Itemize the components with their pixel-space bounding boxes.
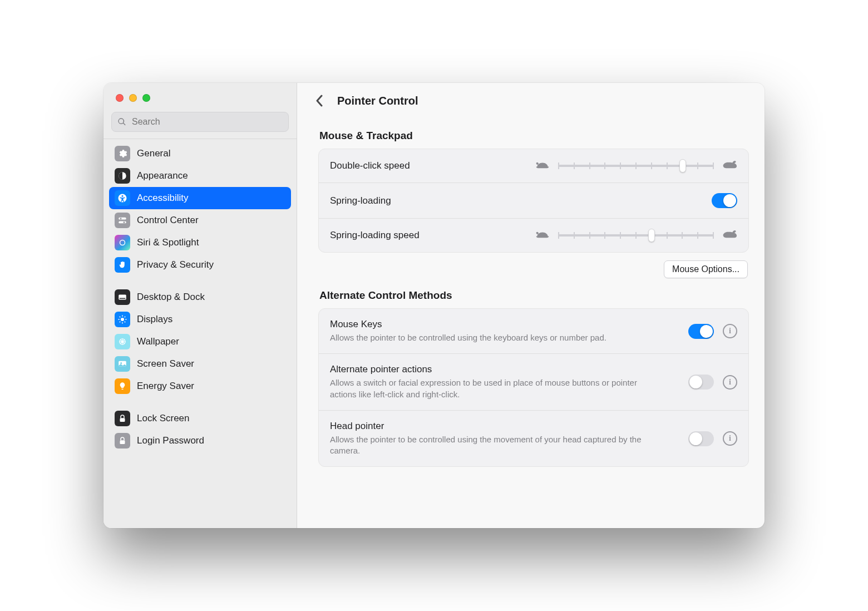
sidebar-item-general[interactable]: General <box>109 142 291 165</box>
search-field[interactable] <box>111 112 289 132</box>
svg-line-18 <box>125 317 126 318</box>
sidebar-item-label: Desktop & Dock <box>137 292 205 303</box>
row-desc: Allows the pointer to be controlled usin… <box>330 434 653 457</box>
row-alternate-pointer-actions: Alternate pointer actions Allows a switc… <box>319 353 748 410</box>
svg-rect-4 <box>119 221 126 224</box>
row-desc: Allows a switch or facial expression to … <box>330 377 653 400</box>
hand-icon <box>115 257 130 273</box>
sidebar-item-login-password[interactable]: Login Password <box>109 430 291 452</box>
header: Pointer Control <box>297 83 765 114</box>
card-alternate-methods: Mouse Keys Allows the pointer to be cont… <box>318 308 749 467</box>
screen-saver-icon <box>115 356 130 372</box>
dock-icon <box>115 289 130 305</box>
sidebar-item-accessibility[interactable]: Accessibility <box>109 187 291 209</box>
info-button[interactable]: i <box>723 324 737 338</box>
slider-ticks <box>558 232 714 239</box>
svg-point-26 <box>120 362 122 364</box>
svg-point-5 <box>120 218 122 219</box>
close-window-button[interactable] <box>116 94 124 102</box>
row-label: Spring-loading <box>330 195 391 206</box>
turtle-icon <box>535 159 550 173</box>
head-pointer-toggle[interactable] <box>688 431 714 446</box>
mouse-options-button[interactable]: Mouse Options... <box>664 260 748 278</box>
brightness-icon <box>115 312 130 327</box>
bulb-icon <box>115 378 130 394</box>
settings-window: General Appearance Accessibility Control… <box>103 83 765 528</box>
row-spring-loading: Spring-loading <box>319 183 748 218</box>
sidebar-item-label: Displays <box>137 314 172 325</box>
sidebar-item-label: Wallpaper <box>137 336 179 347</box>
back-button[interactable] <box>312 93 327 109</box>
sidebar-item-control-center[interactable]: Control Center <box>109 209 291 231</box>
svg-point-2 <box>122 195 124 197</box>
sidebar-item-label: Screen Saver <box>137 358 194 369</box>
turtle-icon <box>535 229 550 242</box>
section-title-alternate: Alternate Control Methods <box>319 289 749 302</box>
spring-loading-toggle[interactable] <box>712 193 737 208</box>
sidebar-item-energy-saver[interactable]: Energy Saver <box>109 375 291 397</box>
svg-line-17 <box>120 322 121 323</box>
info-button[interactable]: i <box>723 431 737 446</box>
sidebar-list: General Appearance Accessibility Control… <box>103 139 297 457</box>
svg-rect-27 <box>120 418 125 422</box>
sidebar: General Appearance Accessibility Control… <box>103 83 297 528</box>
sidebar-item-appearance[interactable]: Appearance <box>109 165 291 187</box>
sidebar-item-siri-spotlight[interactable]: Siri & Spotlight <box>109 231 291 254</box>
alternate-pointer-actions-toggle[interactable] <box>688 375 714 390</box>
svg-line-16 <box>125 322 126 323</box>
svg-line-15 <box>120 317 121 318</box>
sidebar-item-label: Energy Saver <box>137 381 194 392</box>
minimize-window-button[interactable] <box>129 94 137 102</box>
mouse-keys-toggle[interactable] <box>688 324 714 339</box>
section-title-mouse-trackpad: Mouse & Trackpad <box>319 130 749 142</box>
sidebar-item-label: General <box>137 148 170 159</box>
sidebar-item-label: Accessibility <box>137 193 189 204</box>
sidebar-item-label: Control Center <box>137 215 199 226</box>
search-input[interactable] <box>131 116 283 127</box>
wallpaper-icon <box>115 334 130 349</box>
sidebar-item-privacy-security[interactable]: Privacy & Security <box>109 254 291 276</box>
spring-loading-speed-slider[interactable] <box>558 229 714 242</box>
sidebar-item-wallpaper[interactable]: Wallpaper <box>109 331 291 353</box>
svg-rect-9 <box>120 298 126 299</box>
control-center-icon <box>115 213 130 228</box>
password-lock-icon <box>115 433 130 449</box>
sidebar-item-displays[interactable]: Displays <box>109 308 291 331</box>
content-scroll[interactable]: Mouse & Trackpad Double-click speed <box>297 114 765 482</box>
slider-ticks <box>558 162 714 169</box>
row-title: Mouse Keys <box>330 319 679 330</box>
fullscreen-window-button[interactable] <box>142 94 150 102</box>
sidebar-item-label: Appearance <box>137 170 188 181</box>
svg-point-6 <box>124 221 125 223</box>
svg-point-10 <box>121 318 124 321</box>
double-click-speed-slider[interactable] <box>558 159 714 173</box>
chevron-left-icon <box>315 95 323 107</box>
card-mouse-trackpad: Double-click speed <box>318 149 749 253</box>
row-desc: Allows the pointer to be controlled usin… <box>330 332 653 343</box>
slider-knob[interactable] <box>679 159 686 173</box>
row-label: Double-click speed <box>330 160 410 171</box>
rabbit-icon <box>722 159 737 173</box>
info-button[interactable]: i <box>723 375 737 390</box>
svg-point-7 <box>120 240 125 245</box>
sidebar-item-label: Login Password <box>137 435 204 446</box>
row-head-pointer: Head pointer Allows the pointer to be co… <box>319 410 748 467</box>
sidebar-item-lock-screen[interactable]: Lock Screen <box>109 407 291 430</box>
slider-knob[interactable] <box>648 229 655 242</box>
search-icon <box>117 117 126 126</box>
row-double-click-speed: Double-click speed <box>319 149 748 183</box>
after-card-actions: Mouse Options... <box>318 253 749 278</box>
accessibility-icon <box>115 190 130 206</box>
page-title: Pointer Control <box>337 95 418 107</box>
sidebar-item-desktop-dock[interactable]: Desktop & Dock <box>109 286 291 308</box>
row-title: Alternate pointer actions <box>330 364 679 375</box>
svg-rect-3 <box>119 218 126 220</box>
search-wrap <box>103 105 297 139</box>
siri-icon <box>115 235 130 250</box>
svg-rect-28 <box>120 440 125 444</box>
lock-icon <box>115 411 130 426</box>
svg-rect-8 <box>119 295 126 300</box>
row-spring-loading-speed: Spring-loading speed <box>319 218 748 252</box>
row-mouse-keys: Mouse Keys Allows the pointer to be cont… <box>319 309 748 353</box>
sidebar-item-screen-saver[interactable]: Screen Saver <box>109 353 291 375</box>
